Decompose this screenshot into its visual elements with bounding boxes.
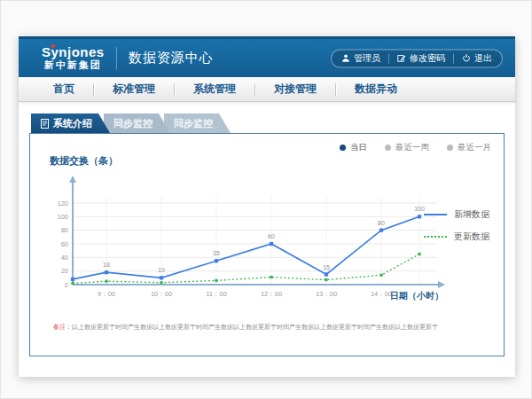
legend-item-0: 新增数据 <box>424 208 489 221</box>
user-icon <box>341 54 350 63</box>
main-content: 系统介绍同步监控同步监控 当日最近一周最近一月 数据交换（条） 02040608… <box>19 102 515 377</box>
page-title: 数据资源中心 <box>129 50 214 66</box>
power-icon <box>462 54 471 63</box>
page-background: Synjones 新中新集团 数据资源中心 管理员修改密码退出 首页标准管理系统… <box>0 0 532 399</box>
nav-item-0[interactable]: 首页 <box>35 82 93 97</box>
svg-text:100: 100 <box>57 213 68 221</box>
footnote-label: 备注： <box>53 324 72 330</box>
tab-0[interactable]: 系统介绍 <box>31 113 110 133</box>
svg-text:11：00: 11：00 <box>206 290 227 298</box>
svg-text:10: 10 <box>158 267 165 273</box>
svg-text:80: 80 <box>378 220 385 226</box>
svg-text:14：00: 14：00 <box>371 290 392 298</box>
svg-text:9：00: 9：00 <box>98 290 115 298</box>
svg-text:120: 120 <box>57 200 68 207</box>
tab-2[interactable]: 同步监控 <box>164 113 231 133</box>
chart-legend: 新增数据更新数据 <box>424 208 489 243</box>
line-chart: 0204060801001209：0010：0011：0012：0013：001… <box>43 169 459 311</box>
svg-text:12：00: 12：00 <box>261 290 282 298</box>
user-action-profile[interactable]: 管理员 <box>341 52 380 65</box>
svg-text:0: 0 <box>65 281 68 289</box>
edit-icon <box>397 54 406 63</box>
y-axis-title: 数据交换（条） <box>50 154 118 168</box>
user-toolbar-separator <box>453 53 454 63</box>
footnote-text: 以上数据更新于时间产生数据以上数据更新于时间产生数据以上数据更新于时间产生数据以… <box>72 324 438 330</box>
svg-text:10：00: 10：00 <box>151 290 172 298</box>
document-icon <box>41 119 49 129</box>
svg-text:20: 20 <box>61 267 68 275</box>
svg-text:60: 60 <box>268 233 275 239</box>
radio-option-2[interactable]: 最近一月 <box>447 142 491 153</box>
user-action-change-password[interactable]: 修改密码 <box>397 52 445 65</box>
logo: Synjones 新中新集团 <box>42 45 105 70</box>
user-toolbar-separator <box>388 53 389 63</box>
footnote: 备注：以上数据更新于时间产生数据以上数据更新于时间产生数据以上数据更新于时间产生… <box>53 323 486 332</box>
user-action-logout[interactable]: 退出 <box>462 52 492 65</box>
legend-line-sample <box>424 236 447 238</box>
tab-bar: 系统介绍同步监控同步监控 <box>31 113 231 133</box>
svg-text:13：00: 13：00 <box>316 290 337 298</box>
radio-option-1[interactable]: 最近一周 <box>385 142 429 153</box>
radio-dot <box>447 145 453 151</box>
range-filter-group: 当日最近一周最近一月 <box>340 142 491 153</box>
svg-text:18: 18 <box>103 262 110 268</box>
radio-dot <box>385 145 391 151</box>
app-header: Synjones 新中新集团 数据资源中心 管理员修改密码退出 <box>19 36 515 77</box>
svg-text:60: 60 <box>61 240 68 248</box>
tab-1[interactable]: 同步监控 <box>104 113 170 133</box>
brand-name: Synjones <box>42 45 105 59</box>
svg-text:80: 80 <box>61 226 68 234</box>
svg-text:40: 40 <box>61 254 68 262</box>
app-window: Synjones 新中新集团 数据资源中心 管理员修改密码退出 首页标准管理系统… <box>19 36 515 377</box>
legend-item-1: 更新数据 <box>424 231 489 243</box>
nav-item-2[interactable]: 系统管理 <box>175 82 254 97</box>
user-toolbar: 管理员修改密码退出 <box>331 49 503 67</box>
main-nav: 首页标准管理系统管理对接管理数据异动 <box>19 77 515 102</box>
legend-line-sample <box>424 214 447 215</box>
chart-panel: 当日最近一周最近一月 数据交换（条） 0204060801001209：0010… <box>29 133 505 356</box>
radio-dot <box>340 145 346 151</box>
brand-subtitle: 新中新集团 <box>42 60 105 71</box>
radio-option-0[interactable]: 当日 <box>340 142 367 153</box>
nav-item-4[interactable]: 数据异动 <box>336 82 416 97</box>
svg-text:15: 15 <box>323 264 330 270</box>
svg-text:35: 35 <box>213 250 220 256</box>
header-divider <box>116 47 117 70</box>
nav-item-3[interactable]: 对接管理 <box>255 82 335 97</box>
svg-text:日期（小时）: 日期（小时） <box>390 291 443 301</box>
nav-item-1[interactable]: 标准管理 <box>94 82 174 97</box>
